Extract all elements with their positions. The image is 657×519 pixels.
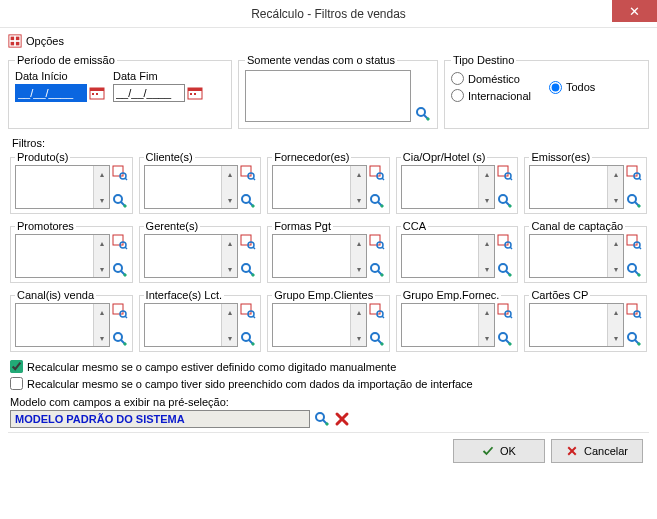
scrollbar[interactable]: ▴▾ <box>607 235 623 277</box>
scroll-down-icon[interactable]: ▾ <box>608 192 624 208</box>
start-date-picker-icon[interactable] <box>89 85 105 101</box>
filter-open-icon[interactable] <box>240 234 256 250</box>
scroll-down-icon[interactable]: ▾ <box>94 330 110 346</box>
filter-open-icon[interactable] <box>240 165 256 181</box>
filter-lookup-icon[interactable] <box>626 193 642 209</box>
scroll-up-icon[interactable]: ▴ <box>351 304 367 320</box>
filter-listbox[interactable]: ▴▾ <box>15 303 110 347</box>
scroll-down-icon[interactable]: ▾ <box>351 261 367 277</box>
cancel-button[interactable]: Cancelar <box>551 439 643 463</box>
filter-lookup-icon[interactable] <box>369 193 385 209</box>
filter-lookup-icon[interactable] <box>369 262 385 278</box>
end-date-picker-icon[interactable] <box>187 85 203 101</box>
status-listbox[interactable] <box>245 70 411 122</box>
scroll-up-icon[interactable]: ▴ <box>608 166 624 182</box>
radio-domestic[interactable]: Doméstico <box>451 72 531 85</box>
scrollbar[interactable]: ▴▾ <box>350 235 366 277</box>
scroll-up-icon[interactable]: ▴ <box>94 166 110 182</box>
filter-listbox[interactable]: ▴▾ <box>529 303 624 347</box>
filter-lookup-icon[interactable] <box>240 262 256 278</box>
scroll-down-icon[interactable]: ▾ <box>479 261 495 277</box>
filter-open-icon[interactable] <box>626 165 642 181</box>
radio-international[interactable]: Internacional <box>451 89 531 102</box>
close-button[interactable]: ✕ <box>612 0 657 22</box>
scroll-down-icon[interactable]: ▾ <box>94 192 110 208</box>
filter-lookup-icon[interactable] <box>497 262 513 278</box>
check-interface[interactable] <box>10 377 23 390</box>
scroll-down-icon[interactable]: ▾ <box>94 261 110 277</box>
scroll-down-icon[interactable]: ▾ <box>222 192 238 208</box>
filter-listbox[interactable]: ▴▾ <box>529 165 624 209</box>
radio-all[interactable]: Todos <box>549 81 595 94</box>
filter-lookup-icon[interactable] <box>626 331 642 347</box>
radio-international-input[interactable] <box>451 89 464 102</box>
filter-listbox[interactable]: ▴▾ <box>272 165 367 209</box>
scroll-up-icon[interactable]: ▴ <box>608 235 624 251</box>
filter-open-icon[interactable] <box>240 303 256 319</box>
filter-lookup-icon[interactable] <box>497 193 513 209</box>
scroll-up-icon[interactable]: ▴ <box>222 235 238 251</box>
filter-open-icon[interactable] <box>369 234 385 250</box>
filter-listbox[interactable]: ▴▾ <box>272 303 367 347</box>
scroll-down-icon[interactable]: ▾ <box>608 261 624 277</box>
scroll-up-icon[interactable]: ▴ <box>94 304 110 320</box>
scrollbar[interactable]: ▴▾ <box>221 304 237 346</box>
scrollbar[interactable]: ▴▾ <box>221 235 237 277</box>
model-lookup-icon[interactable] <box>314 411 330 427</box>
filter-listbox[interactable]: ▴▾ <box>401 303 496 347</box>
filter-listbox[interactable]: ▴▾ <box>401 165 496 209</box>
filter-open-icon[interactable] <box>497 303 513 319</box>
model-clear-icon[interactable] <box>334 411 350 427</box>
scrollbar[interactable]: ▴▾ <box>607 166 623 208</box>
filter-open-icon[interactable] <box>112 303 128 319</box>
scrollbar[interactable]: ▴▾ <box>93 235 109 277</box>
filter-listbox[interactable]: ▴▾ <box>529 234 624 278</box>
filter-open-icon[interactable] <box>626 234 642 250</box>
scroll-down-icon[interactable]: ▾ <box>479 330 495 346</box>
radio-all-input[interactable] <box>549 81 562 94</box>
filter-lookup-icon[interactable] <box>112 193 128 209</box>
scrollbar[interactable]: ▴▾ <box>478 304 494 346</box>
filter-listbox[interactable]: ▴▾ <box>15 234 110 278</box>
filter-lookup-icon[interactable] <box>112 331 128 347</box>
filter-lookup-icon[interactable] <box>369 331 385 347</box>
scroll-up-icon[interactable]: ▴ <box>222 166 238 182</box>
scroll-up-icon[interactable]: ▴ <box>608 304 624 320</box>
scroll-down-icon[interactable]: ▾ <box>222 330 238 346</box>
scroll-down-icon[interactable]: ▾ <box>351 192 367 208</box>
ok-button[interactable]: OK <box>453 439 545 463</box>
scroll-down-icon[interactable]: ▾ <box>608 330 624 346</box>
filter-listbox[interactable]: ▴▾ <box>15 165 110 209</box>
filter-lookup-icon[interactable] <box>626 262 642 278</box>
filter-lookup-icon[interactable] <box>240 193 256 209</box>
check-manual[interactable] <box>10 360 23 373</box>
radio-domestic-input[interactable] <box>451 72 464 85</box>
scroll-up-icon[interactable]: ▴ <box>351 235 367 251</box>
start-date-input[interactable] <box>15 84 87 102</box>
filter-open-icon[interactable] <box>497 165 513 181</box>
scrollbar[interactable]: ▴▾ <box>478 235 494 277</box>
scrollbar[interactable]: ▴▾ <box>607 304 623 346</box>
scroll-down-icon[interactable]: ▾ <box>351 330 367 346</box>
check-interface-row[interactable]: Recalcular mesmo se o campo tiver sido p… <box>10 377 647 390</box>
scrollbar[interactable]: ▴▾ <box>350 304 366 346</box>
status-lookup-icon[interactable] <box>415 106 431 122</box>
scroll-up-icon[interactable]: ▴ <box>479 235 495 251</box>
filter-lookup-icon[interactable] <box>240 331 256 347</box>
filter-open-icon[interactable] <box>497 234 513 250</box>
filter-open-icon[interactable] <box>369 303 385 319</box>
scroll-up-icon[interactable]: ▴ <box>94 235 110 251</box>
scrollbar[interactable]: ▴▾ <box>221 166 237 208</box>
scrollbar[interactable]: ▴▾ <box>350 166 366 208</box>
scroll-up-icon[interactable]: ▴ <box>351 166 367 182</box>
filter-listbox[interactable]: ▴▾ <box>401 234 496 278</box>
filter-listbox[interactable]: ▴▾ <box>144 165 239 209</box>
filter-open-icon[interactable] <box>626 303 642 319</box>
filter-lookup-icon[interactable] <box>497 331 513 347</box>
model-input[interactable] <box>10 410 310 428</box>
end-date-input[interactable] <box>113 84 185 102</box>
filter-listbox[interactable]: ▴▾ <box>144 234 239 278</box>
filter-open-icon[interactable] <box>369 165 385 181</box>
scrollbar[interactable]: ▴▾ <box>93 304 109 346</box>
scroll-up-icon[interactable]: ▴ <box>479 304 495 320</box>
